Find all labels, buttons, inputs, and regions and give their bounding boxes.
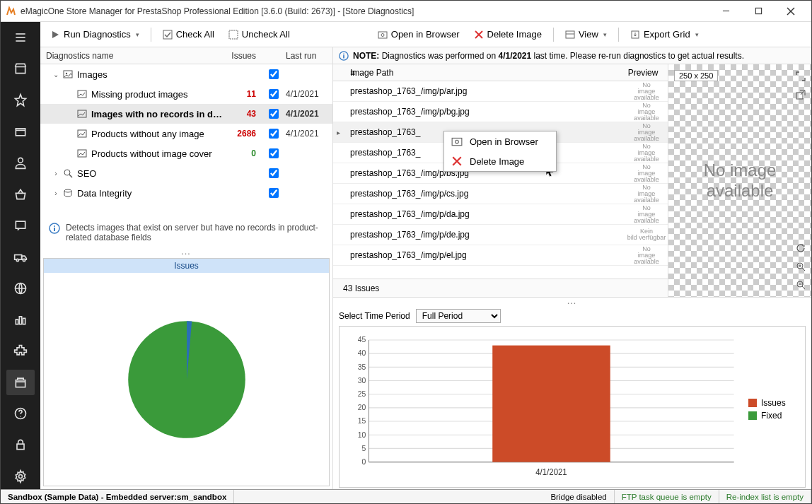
tree-item-issues: 2686 bbox=[224, 129, 262, 139]
export-grid-button[interactable]: Export Grid ▾ bbox=[626, 26, 703, 42]
cell-prefix: prestashop_1763_ bbox=[343, 168, 421, 178]
tree-item-checkbox[interactable] bbox=[269, 148, 279, 158]
shipping-icon[interactable] bbox=[6, 244, 35, 269]
message-icon[interactable] bbox=[6, 213, 35, 238]
refresh-icon[interactable] bbox=[793, 240, 808, 256]
col-issues[interactable]: Issues bbox=[224, 51, 262, 61]
svg-rect-16 bbox=[23, 318, 25, 324]
export-grid-label: Export Grid bbox=[644, 29, 690, 40]
grid-row[interactable]: prestashop_1763_ /img/p/cs.jpg No image … bbox=[333, 184, 668, 204]
basket-icon[interactable] bbox=[6, 182, 35, 207]
cell-preview: No image available bbox=[625, 246, 668, 265]
star-icon[interactable] bbox=[6, 88, 35, 113]
status-reindex: Re-index list is empty bbox=[719, 490, 811, 503]
toolbar: Run Diagnostics ▾ Check All Uncheck All … bbox=[40, 22, 811, 47]
tree-group-images[interactable]: ⌄ Images bbox=[40, 64, 332, 84]
svg-text:40: 40 bbox=[358, 348, 366, 357]
svg-rect-36 bbox=[78, 150, 86, 157]
col-image-path[interactable]: Image Path bbox=[350, 68, 618, 78]
ctx-open-in-browser[interactable]: Open in Browser bbox=[444, 131, 556, 151]
titlebar: eMagicOne Store Manager for PrestaShop P… bbox=[1, 1, 811, 22]
tree-item[interactable]: Products without image cover 0 bbox=[40, 143, 332, 163]
grid-row[interactable]: prestashop_1763_ /img/p/da.jpg No image … bbox=[333, 204, 668, 225]
run-label: Run Diagnostics bbox=[64, 29, 131, 40]
group-checkbox[interactable] bbox=[269, 168, 279, 178]
tree-item[interactable]: Images with no records in database 43 4/… bbox=[40, 104, 332, 124]
svg-text:45: 45 bbox=[358, 335, 366, 344]
orders-icon[interactable] bbox=[6, 119, 35, 144]
splitter-h[interactable]: … bbox=[40, 248, 332, 255]
app-icon bbox=[5, 6, 16, 17]
expand-icon[interactable] bbox=[793, 69, 808, 84]
check-all-label: Check All bbox=[176, 29, 214, 40]
cell-prefix: prestashop_1763_ bbox=[343, 127, 421, 137]
col-name[interactable]: Diagnostics name bbox=[40, 51, 224, 61]
cell-preview: No image available bbox=[625, 102, 668, 122]
ctx-delete-image[interactable]: Delete Image bbox=[444, 151, 556, 171]
svg-rect-46 bbox=[343, 55, 344, 58]
tree-item-checkbox[interactable] bbox=[269, 129, 279, 139]
grid-row[interactable]: prestashop_1763_ /img/p/el.jpg No image … bbox=[333, 245, 668, 266]
gear-icon[interactable] bbox=[6, 464, 35, 489]
tree-item[interactable]: Missing product images 11 4/1/2021 bbox=[40, 84, 332, 104]
lock-icon[interactable] bbox=[6, 432, 35, 457]
svg-point-39 bbox=[64, 189, 71, 192]
uncheck-all-button[interactable]: Uncheck All bbox=[224, 26, 294, 42]
minimize-button[interactable] bbox=[709, 1, 742, 22]
tree-group-data-integrity[interactable]: › Data Integrity bbox=[40, 183, 332, 203]
open-in-browser-button[interactable]: Open in Browser bbox=[373, 26, 464, 42]
svg-rect-9 bbox=[16, 221, 25, 228]
view-button[interactable]: View ▾ bbox=[561, 26, 611, 42]
statusbar: Sandbox (Sample Data) - Embedded server:… bbox=[1, 489, 811, 503]
legend-issues: Issues bbox=[761, 398, 786, 408]
splitter-h-right[interactable]: … bbox=[333, 298, 811, 305]
cell-path: /img/p/el.jpg bbox=[421, 250, 625, 260]
period-select[interactable]: Full Period bbox=[416, 309, 501, 323]
store-icon[interactable] bbox=[6, 56, 35, 81]
tree-item-checkbox[interactable] bbox=[269, 89, 279, 99]
description-text: Detects images that exist on server but … bbox=[66, 223, 324, 242]
close-button[interactable] bbox=[775, 1, 807, 22]
pie-chart bbox=[123, 316, 250, 443]
popout-icon[interactable] bbox=[793, 87, 808, 102]
svg-rect-28 bbox=[566, 31, 574, 38]
cell-path: /img/p/bg.jpg bbox=[421, 107, 625, 117]
description-box: Detects images that exist on server but … bbox=[40, 217, 332, 248]
col-preview[interactable]: Preview bbox=[618, 68, 668, 78]
group-checkbox[interactable] bbox=[269, 188, 279, 198]
cell-preview: No image available bbox=[625, 205, 668, 224]
maximize-button[interactable] bbox=[742, 1, 775, 22]
globe-icon[interactable] bbox=[6, 276, 35, 301]
tree-item-checkbox[interactable] bbox=[269, 109, 279, 119]
cell-prefix: prestashop_1763_ bbox=[343, 209, 421, 219]
status-ftp: FTP task queue is empty bbox=[615, 490, 719, 503]
run-diagnostics-button[interactable]: Run Diagnostics ▾ bbox=[46, 26, 144, 42]
diagnostics-icon[interactable] bbox=[6, 370, 35, 395]
zoom-out-icon[interactable] bbox=[793, 277, 808, 293]
grid-row[interactable]: prestashop_1763_ /img/p/bg.jpg No image … bbox=[333, 102, 668, 122]
menu-icon[interactable] bbox=[6, 25, 35, 50]
tree-item[interactable]: Products without any image 2686 4/1/2021 bbox=[40, 124, 332, 143]
bar-chart: 0510152025303540454/1/2021 bbox=[344, 334, 741, 484]
grid-row[interactable]: prestashop_1763_ /img/p/ar.jpg No image … bbox=[333, 81, 668, 102]
tree-item-issues: 11 bbox=[224, 89, 262, 99]
delete-image-button[interactable]: Delete Image bbox=[470, 26, 546, 42]
svg-rect-17 bbox=[16, 380, 25, 387]
tree-item-last: 4/1/2021 bbox=[286, 129, 332, 139]
cell-path: /img/p/de.jpg bbox=[421, 230, 625, 240]
cell-preview: No image available bbox=[625, 143, 668, 163]
check-all-button[interactable]: Check All bbox=[158, 26, 219, 42]
tree-group-seo[interactable]: › SEO bbox=[40, 163, 332, 183]
chart-icon[interactable] bbox=[6, 307, 35, 332]
tree-item-last: 4/1/2021 bbox=[286, 89, 332, 99]
plugin-icon[interactable] bbox=[6, 338, 35, 363]
cell-prefix: prestashop_1763_ bbox=[343, 86, 421, 96]
grid-row[interactable]: prestashop_1763_ /img/p/de.jpg Kein bild… bbox=[333, 225, 668, 245]
zoom-in-icon[interactable] bbox=[793, 259, 808, 274]
col-last[interactable]: Last run bbox=[286, 51, 332, 61]
cell-path: /img/p/cs.jpg bbox=[421, 189, 625, 199]
help-icon[interactable] bbox=[6, 401, 35, 426]
group-checkbox[interactable] bbox=[269, 69, 279, 79]
user-icon[interactable] bbox=[6, 150, 35, 175]
sidebar bbox=[1, 22, 40, 489]
